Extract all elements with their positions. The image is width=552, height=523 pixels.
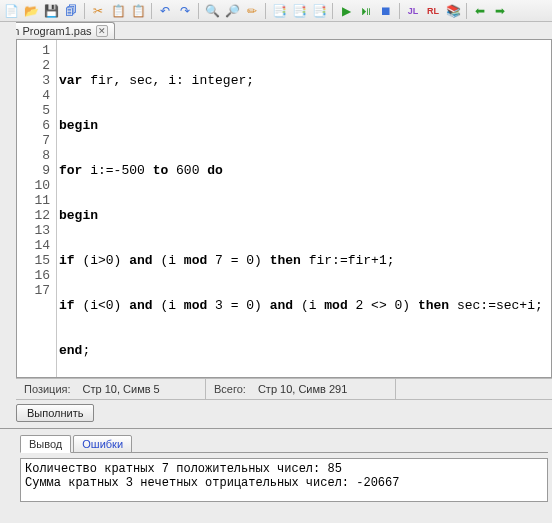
run-button[interactable]: Выполнить [16,404,94,422]
new-file-icon[interactable]: 📄 [2,2,20,20]
nav-fwd-icon[interactable]: ➡ [491,2,509,20]
console-output[interactable]: Количество кратных 7 положительных чисел… [20,458,548,502]
find-next-icon[interactable]: 🔎 [223,2,241,20]
close-tab-icon[interactable]: ✕ [96,25,108,37]
file-tab-title: *n Program1.pas [9,25,92,37]
replace-icon[interactable]: ✏ [243,2,261,20]
stop-icon[interactable]: ⏹ [377,2,395,20]
code-line: var fir, sec, i: integer; [59,73,549,88]
jl-icon[interactable]: JL [404,2,422,20]
run-icon[interactable]: ▶ [337,2,355,20]
code-line: begin [59,118,549,133]
cut-icon[interactable]: ✂ [89,2,107,20]
status-total-value: Стр 10, Симв 291 [258,383,347,395]
line-number-gutter: 123456 789101112 1314151617 [17,40,57,377]
code-line: if (i>0) and (i mod 7 = 0) then fir:=fir… [59,253,549,268]
nav-back-icon[interactable]: ⬅ [471,2,489,20]
find-icon[interactable]: 🔍 [203,2,221,20]
undo-icon[interactable]: ↶ [156,2,174,20]
console-line: Сумма кратных 3 нечетных отрицательных ч… [25,476,543,490]
status-total-label: Всего: [214,383,246,395]
step-icon[interactable]: ⏯ [357,2,375,20]
copy-icon[interactable]: 📋 [109,2,127,20]
output-panel: Вывод Ошибки Количество кратных 7 положи… [16,429,552,502]
code-line: begin [59,208,549,223]
doc1-icon[interactable]: 📑 [270,2,288,20]
output-tabs: Вывод Ошибки [16,429,552,453]
status-pos-value: Стр 10, Симв 5 [83,383,160,395]
status-pos-label: Позиция: [24,383,71,395]
status-bar: Позиция:Стр 10, Симв 5 Всего:Стр 10, Сим… [16,378,552,400]
save-all-icon[interactable]: 🗐 [62,2,80,20]
paste-icon[interactable]: 📋 [129,2,147,20]
console-line: Количество кратных 7 положительных чисел… [25,462,543,476]
file-tab[interactable]: *n Program1.pas ✕ [2,22,115,39]
code-line: for i:=-500 to 600 do [59,163,549,178]
main-toolbar: 📄 📂 💾 🗐 ✂ 📋 📋 ↶ ↷ 🔍 🔎 ✏ 📑 📑 📑 ▶ ⏯ ⏹ JL R… [0,0,552,22]
code-line: end; [59,343,549,358]
code-line: if (i<0) and (i mod 3 = 0) and (i mod 2 … [59,298,549,313]
tab-errors[interactable]: Ошибки [73,435,132,453]
doc2-icon[interactable]: 📑 [290,2,308,20]
editor[interactable]: 123456 789101112 1314151617 var fir, sec… [16,40,552,378]
doc3-icon[interactable]: 📑 [310,2,328,20]
rl-icon[interactable]: RL [424,2,442,20]
open-file-icon[interactable]: 📂 [22,2,40,20]
save-icon[interactable]: 💾 [42,2,60,20]
code-area[interactable]: var fir, sec, i: integer; begin for i:=-… [57,40,551,377]
run-row: Выполнить [0,400,552,429]
redo-icon[interactable]: ↷ [176,2,194,20]
editor-tabbar: *n Program1.pas ✕ [0,22,552,40]
books-icon[interactable]: 📚 [444,2,462,20]
side-gutter [0,22,16,402]
tab-output[interactable]: Вывод [20,435,71,453]
